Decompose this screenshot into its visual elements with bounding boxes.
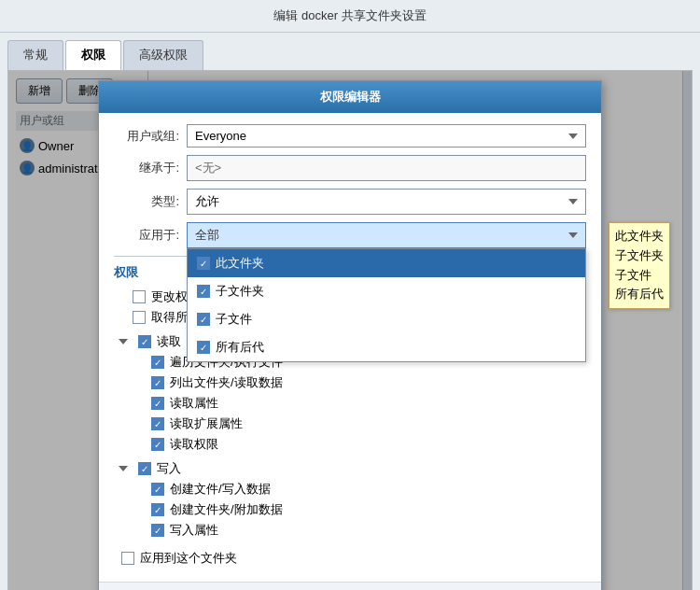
apply-to-menu: 此文件夹 子文件夹 子文件 bbox=[187, 248, 586, 362]
perm-read-permissions: 读取权限 bbox=[114, 434, 586, 455]
read-ext-attrs-label: 读取扩展属性 bbox=[170, 415, 243, 432]
user-group-arrow-icon bbox=[568, 133, 578, 139]
tab-advanced[interactable]: 高级权限 bbox=[123, 40, 203, 70]
dropdown-item-subfolders[interactable]: 子文件夹 bbox=[188, 277, 585, 305]
create-file-checkbox[interactable] bbox=[151, 483, 164, 496]
tooltip-line-2: 子文件夹 bbox=[615, 246, 664, 266]
type-arrow-icon bbox=[568, 199, 578, 204]
content-area: 新增 删除 用户或组 Owner administrators 权限编辑器 用户… bbox=[7, 70, 693, 590]
this-folder-label: 此文件夹 bbox=[216, 255, 264, 272]
user-group-label: 用户或组: bbox=[114, 128, 179, 145]
apply-to-arrow-icon bbox=[568, 232, 578, 238]
create-folder-label: 创建文件夹/附加数据 bbox=[170, 501, 283, 518]
type-value: 允许 bbox=[195, 193, 219, 210]
tooltip-line-1: 此文件夹 bbox=[615, 227, 664, 246]
apply-to-control: 全部 此文件夹 bbox=[187, 222, 586, 248]
create-file-label: 创建文件/写入数据 bbox=[170, 481, 271, 498]
tab-general[interactable]: 常规 bbox=[7, 40, 63, 70]
traverse-checkbox[interactable] bbox=[151, 356, 164, 369]
apply-to-tooltip: 此文件夹 子文件夹 子文件 所有后代 bbox=[609, 222, 670, 309]
subfiles-checkbox[interactable] bbox=[197, 313, 210, 326]
title-text: 编辑 docker 共享文件夹设置 bbox=[273, 8, 426, 22]
tooltip-line-3: 子文件 bbox=[615, 266, 664, 286]
perm-create-file: 创建文件/写入数据 bbox=[114, 479, 586, 499]
all-descendants-label: 所有后代 bbox=[216, 339, 264, 356]
apply-to-value: 全部 bbox=[195, 227, 219, 244]
apply-this-folder-checkbox[interactable] bbox=[121, 552, 134, 565]
dropdown-item-subfiles[interactable]: 子文件 bbox=[188, 305, 585, 333]
apply-this-folder-label: 应用到这个文件夹 bbox=[140, 550, 237, 567]
dropdown-item-this-folder[interactable]: 此文件夹 bbox=[188, 249, 585, 277]
perm-list-folder: 列出文件夹/读取数据 bbox=[114, 372, 586, 393]
create-folder-checkbox[interactable] bbox=[151, 503, 164, 516]
user-group-value: Everyone bbox=[195, 129, 246, 143]
read-attrs-checkbox[interactable] bbox=[151, 397, 164, 410]
list-folder-label: 列出文件夹/读取数据 bbox=[170, 374, 283, 391]
modal-overlay: 权限编辑器 用户或组: Everyone bbox=[8, 71, 692, 590]
take-ownership-checkbox[interactable] bbox=[133, 311, 146, 324]
main-window: 编辑 docker 共享文件夹设置 常规 权限 高级权限 新增 删除 用户或组 … bbox=[0, 0, 700, 590]
write-attrs-checkbox[interactable] bbox=[151, 524, 164, 537]
modal-body: 用户或组: Everyone 继承于: < bbox=[99, 113, 601, 582]
write-checkbox[interactable] bbox=[138, 462, 151, 475]
type-label: 类型: bbox=[114, 193, 179, 210]
this-folder-checkbox[interactable] bbox=[197, 257, 210, 270]
modal-footer: 确定 关闭 bbox=[99, 582, 601, 590]
write-label: 写入 bbox=[157, 460, 181, 477]
read-ext-attrs-checkbox[interactable] bbox=[151, 417, 164, 430]
perm-create-folder: 创建文件夹/附加数据 bbox=[114, 499, 586, 520]
title-bar: 编辑 docker 共享文件夹设置 bbox=[0, 0, 700, 33]
inherit-label: 继承于: bbox=[114, 160, 179, 176]
tooltip-line-4: 所有后代 bbox=[615, 285, 664, 304]
perm-group-write: 写入 创建文件/写入数据 创建文件夹/附加数据 bbox=[114, 458, 586, 541]
user-group-dropdown[interactable]: Everyone bbox=[187, 124, 586, 148]
change-permissions-checkbox[interactable] bbox=[133, 290, 146, 303]
perm-read-ext-attrs: 读取扩展属性 bbox=[114, 414, 586, 434]
subfolders-label: 子文件夹 bbox=[216, 283, 264, 300]
permission-editor-modal: 权限编辑器 用户或组: Everyone bbox=[98, 80, 602, 590]
apply-to-dropdown[interactable]: 全部 bbox=[187, 222, 586, 248]
apply-to-row: 应用于: 全部 bbox=[114, 222, 586, 248]
tab-permissions[interactable]: 权限 bbox=[65, 40, 121, 70]
read-checkbox[interactable] bbox=[138, 335, 151, 348]
list-folder-checkbox[interactable] bbox=[151, 376, 164, 389]
apply-to-wrapper: 全部 此文件夹 bbox=[187, 222, 586, 248]
perm-write-attrs: 写入属性 bbox=[114, 520, 586, 541]
inherit-input: <无> bbox=[187, 155, 586, 181]
tab-bar: 常规 权限 高级权限 bbox=[0, 33, 700, 70]
read-permissions-label: 读取权限 bbox=[170, 436, 218, 453]
type-dropdown[interactable]: 允许 bbox=[187, 189, 586, 215]
write-attrs-label: 写入属性 bbox=[170, 522, 218, 539]
inherit-control: <无> bbox=[187, 155, 586, 181]
subfolders-checkbox[interactable] bbox=[197, 285, 210, 298]
perm-write-header: 写入 bbox=[114, 458, 586, 479]
inherit-row: 继承于: <无> bbox=[114, 155, 586, 181]
read-permissions-checkbox[interactable] bbox=[151, 438, 164, 451]
modal-title: 权限编辑器 bbox=[99, 81, 601, 113]
user-group-control: Everyone bbox=[187, 124, 586, 148]
perm-read-attrs: 读取属性 bbox=[114, 393, 586, 414]
user-group-row: 用户或组: Everyone bbox=[114, 124, 586, 148]
inherit-value: <无> bbox=[195, 161, 221, 175]
write-expand-icon[interactable] bbox=[119, 466, 128, 471]
type-control: 允许 bbox=[187, 189, 586, 215]
type-row: 类型: 允许 bbox=[114, 189, 586, 215]
read-attrs-label: 读取属性 bbox=[170, 395, 218, 412]
all-descendants-checkbox[interactable] bbox=[197, 341, 210, 354]
apply-footer: 应用到这个文件夹 bbox=[114, 544, 586, 570]
dropdown-item-all-descendants[interactable]: 所有后代 bbox=[188, 333, 585, 361]
read-expand-icon[interactable] bbox=[119, 339, 128, 344]
subfiles-label: 子文件 bbox=[216, 311, 252, 328]
apply-to-label: 应用于: bbox=[114, 227, 179, 244]
read-label: 读取 bbox=[157, 333, 181, 350]
